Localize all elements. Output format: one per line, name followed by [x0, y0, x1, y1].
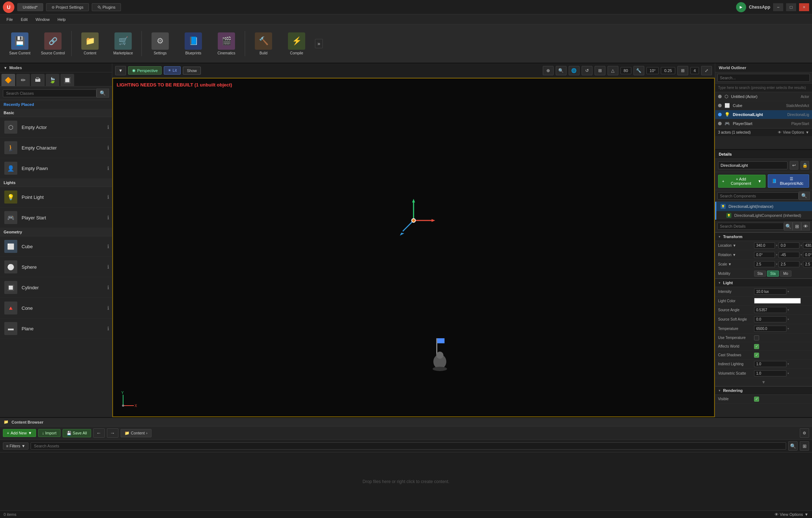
search-details-button[interactable]: 🔍: [784, 222, 793, 231]
component-item-inherited[interactable]: 💡 DirectionalLightComponent (Inherited): [716, 211, 812, 220]
source-angle-input[interactable]: [754, 307, 786, 313]
mode-tab-place[interactable]: 🔶: [1, 74, 15, 86]
outliner-item-player-start[interactable]: 🎮 PlayerStart PlayerStart: [715, 119, 812, 128]
affects-world-checkbox[interactable]: ✓: [754, 344, 759, 349]
lit-button[interactable]: ☀ Lit: [164, 66, 181, 75]
list-item[interactable]: ⬜ Cube ℹ: [0, 236, 112, 257]
vp-icon-3[interactable]: 🌐: [569, 66, 579, 75]
component-item-directional-light[interactable]: 💡 DirectionalLight(Instance): [716, 202, 812, 211]
details-eye-button[interactable]: 👁: [801, 222, 810, 231]
recently-placed-label[interactable]: Recently Placed: [0, 100, 112, 109]
tab-plugins[interactable]: 🔌 Plugins: [92, 3, 121, 11]
filters-button[interactable]: ≡ Filters ▼: [3, 442, 28, 450]
menu-edit[interactable]: Edit: [17, 16, 31, 23]
list-item[interactable]: ⬡ Empty Actor ℹ: [0, 117, 112, 138]
use-temperature-checkbox[interactable]: [754, 335, 759, 340]
visible-checkbox[interactable]: ✓: [754, 397, 759, 402]
details-reset-button[interactable]: ↩: [790, 161, 798, 170]
cinematics-button[interactable]: 🎬 Cinematics: [210, 27, 243, 60]
mode-tab-landscape[interactable]: 🏔: [31, 74, 45, 86]
rotation-y-input[interactable]: [779, 252, 799, 258]
content-browser-content[interactable]: Drop files here or right click to create…: [0, 452, 812, 510]
list-item[interactable]: 🔲 Cylinder ℹ: [0, 277, 112, 298]
vp-icon-2[interactable]: 🔍: [556, 66, 567, 75]
list-item[interactable]: ⚪ Sphere ℹ: [0, 257, 112, 277]
details-lock-button[interactable]: 🔒: [800, 161, 809, 170]
search-classes-input[interactable]: [3, 89, 96, 97]
details-grid-button[interactable]: ⊞: [793, 222, 801, 231]
list-item[interactable]: 🎮 Player Start ℹ: [0, 207, 112, 228]
settings-button[interactable]: ⚙ Settings: [144, 27, 176, 60]
blueprint-button[interactable]: 📘 ☰ Blueprint/Adc: [768, 174, 809, 188]
cast-shadows-checkbox[interactable]: ✓: [754, 353, 759, 358]
outliner-item-cube[interactable]: ⬜ Cube StaticMeshAct: [715, 101, 812, 110]
add-component-button[interactable]: + + Add Component ▼: [718, 175, 766, 188]
outliner-item-directional-light[interactable]: 💡 DirectionalLight DirectionalLig: [715, 110, 812, 119]
marketplace-button[interactable]: 🛒 Marketplace: [107, 27, 139, 60]
compile-button[interactable]: ⚡ Compile: [280, 27, 313, 60]
category-geometry[interactable]: Geometry: [0, 228, 112, 236]
details-tab[interactable]: Details: [715, 150, 812, 159]
indirect-lighting-input[interactable]: [754, 361, 786, 367]
vp-icon-1[interactable]: ⊕: [543, 66, 554, 75]
build-button[interactable]: 🔨 Build: [247, 27, 280, 60]
search-components-input[interactable]: [717, 192, 799, 200]
save-current-button[interactable]: 💾 Save Current: [4, 27, 36, 60]
menu-file[interactable]: File: [3, 16, 17, 23]
mode-tab-paint[interactable]: ✏: [16, 74, 30, 86]
rotation-z-input[interactable]: [803, 252, 812, 258]
intensity-input[interactable]: [754, 289, 786, 295]
location-y-input[interactable]: [779, 242, 799, 249]
list-item[interactable]: ▬ Plane ℹ: [0, 318, 112, 339]
category-lights[interactable]: Lights: [0, 179, 112, 187]
vp-icon-7[interactable]: 🔧: [633, 66, 644, 75]
cb-view-toggle-button[interactable]: ⊞: [800, 441, 809, 451]
show-button[interactable]: Show: [183, 67, 201, 75]
vp-icon-6[interactable]: △: [608, 66, 618, 75]
source-control-button[interactable]: 🔗 Source Control: [37, 27, 69, 60]
viewport-canvas[interactable]: LIGHTING NEEDS TO BE REBUILT (1 unbuilt …: [112, 78, 715, 417]
perspective-button[interactable]: ◉ Perspective: [128, 66, 162, 75]
cb-view-options-button[interactable]: 👁 View Options ▼: [775, 512, 809, 517]
maximize-button[interactable]: □: [786, 3, 796, 11]
search-classes-button[interactable]: 🔍: [96, 89, 109, 98]
location-x-input[interactable]: [754, 242, 775, 249]
viewport-maximize-button[interactable]: ⤢: [701, 66, 712, 75]
vp-icon-4[interactable]: ↺: [582, 66, 592, 75]
menu-help[interactable]: Help: [54, 16, 69, 23]
close-button[interactable]: ×: [799, 3, 809, 11]
search-assets-button[interactable]: 🔍: [788, 441, 798, 451]
vp-icon-8[interactable]: ⊞: [677, 66, 688, 75]
search-components-button[interactable]: 🔍: [799, 192, 810, 200]
content-path[interactable]: 📁 Content ›: [121, 429, 152, 437]
rendering-section-header[interactable]: ▼ Rendering: [715, 386, 812, 395]
transform-section-header[interactable]: ▼ Transform: [715, 232, 812, 241]
category-basic[interactable]: Basic: [0, 109, 112, 117]
mobility-static-button[interactable]: Sta: [754, 271, 766, 277]
outliner-item-untitled[interactable]: ⬡ Untitled (Actor) Actor: [715, 92, 812, 101]
menu-window[interactable]: Window: [32, 16, 53, 23]
vp-icon-5[interactable]: ⊞: [595, 66, 605, 75]
source-soft-angle-input[interactable]: [754, 316, 786, 322]
nav-forward-button[interactable]: →: [107, 428, 118, 438]
save-all-button[interactable]: 💾 Save All: [63, 429, 91, 437]
add-new-button[interactable]: + Add New ▼: [3, 429, 36, 437]
list-item[interactable]: 👤 Empty Pawn ℹ: [0, 158, 112, 179]
light-color-swatch[interactable]: [754, 298, 801, 304]
temperature-input[interactable]: [754, 326, 786, 332]
mobility-stationary-button[interactable]: Sta: [767, 271, 779, 277]
nav-back-button[interactable]: ←: [93, 428, 105, 438]
details-name-input[interactable]: [718, 161, 788, 169]
mode-tab-foliage[interactable]: 🍃: [46, 74, 59, 86]
search-assets-input[interactable]: [31, 442, 786, 450]
viewport-options-button[interactable]: ▼: [115, 66, 126, 75]
rotation-x-input[interactable]: [754, 252, 775, 258]
more-toolbar-button[interactable]: »: [315, 39, 323, 48]
mobility-movable-button[interactable]: Mo: [780, 271, 791, 277]
search-details-input[interactable]: [717, 223, 784, 230]
blueprints-button[interactable]: 📘 Blueprints: [177, 27, 209, 60]
tab-untitled[interactable]: Untitled*: [17, 3, 43, 11]
scale-x-input[interactable]: [754, 261, 775, 267]
location-z-input[interactable]: [803, 242, 812, 249]
tab-project-settings[interactable]: ⚙ Project Settings: [46, 3, 89, 11]
